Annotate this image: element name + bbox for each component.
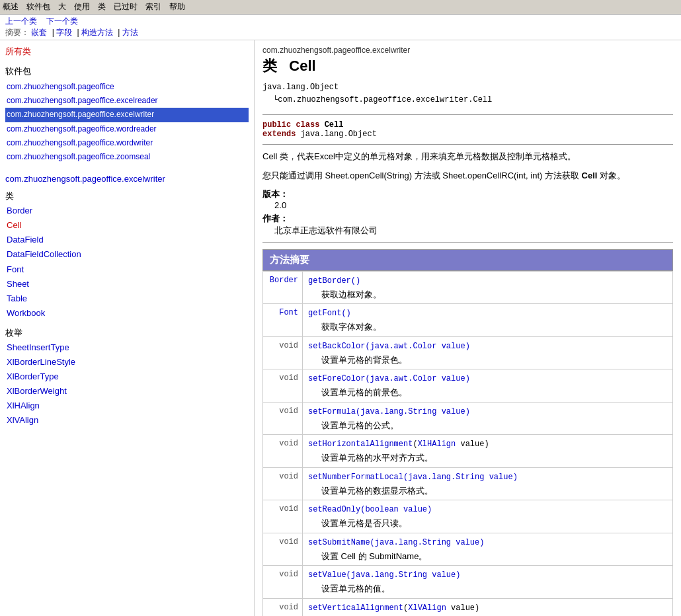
toolbar-help[interactable]: 帮助 xyxy=(169,1,185,13)
sidebar-package-link[interactable]: com.zhuozhengsoft.pageoffice.zoomseal xyxy=(5,150,249,164)
method-return-type: void xyxy=(263,500,303,533)
toolbar-large[interactable]: 大 xyxy=(58,1,66,13)
class-section-title: 类 xyxy=(5,190,249,202)
summary-method[interactable]: 方法 xyxy=(122,28,138,37)
divider-1 xyxy=(262,114,673,115)
toolbar: 概述 软件包 大 使用 类 已过时 索引 帮助 xyxy=(0,0,681,15)
class-description: Cell 类，代表Excel中定义的单元格对象，用来填充单元格数据及控制单元格格… xyxy=(262,150,673,164)
sidebar-enum-link[interactable]: SheetInsertType xyxy=(5,340,249,355)
divider-3 xyxy=(262,242,673,243)
current-package-link[interactable]: com.zhuozhengsoft.pageoffice.excelwriter xyxy=(5,174,165,184)
method-description: setFormula(java.lang.String value) 设置单元格… xyxy=(303,402,673,435)
sidebar-class-link[interactable]: DataField xyxy=(5,233,249,247)
sidebar-package-link[interactable]: com.zhuozhengsoft.pageoffice.excelreader xyxy=(5,94,249,108)
sidebar-class-link[interactable]: DataFieldCollection xyxy=(5,247,249,262)
table-row: void setSubmitName(java.lang.String valu… xyxy=(263,533,673,566)
method-link[interactable]: setHorizontalAlignment xyxy=(308,440,413,449)
sidebar-package-link[interactable]: com.zhuozhengsoft.pageoffice.wordwriter xyxy=(5,136,249,150)
method-summary-text: 设置 Cell 的 SubmitName。 xyxy=(308,550,668,563)
software-package-label: 软件包 xyxy=(5,65,249,77)
method-summary-text: 设置单元格的前景色。 xyxy=(308,386,668,399)
table-row: void setReadOnly(boolean value) 设置单元格是否只… xyxy=(263,500,673,533)
divider-2 xyxy=(262,144,673,145)
table-row: void setForeColor(java.awt.Color value) … xyxy=(263,369,673,403)
method-description: setForeColor(java.awt.Color value) 设置单元格… xyxy=(303,369,673,403)
class-description-2: 您只能通过调用 Sheet.openCell(String) 方法或 Sheet… xyxy=(262,169,673,183)
sidebar-package-link[interactable]: com.zhuozhengsoft.pageoffice xyxy=(5,80,249,94)
sidebar-class-link[interactable]: Font xyxy=(5,262,249,277)
method-description: setBackColor(java.awt.Color value) 设置单元格… xyxy=(303,336,673,369)
method-description: setReadOnly(boolean value) 设置单元格是否只读。 xyxy=(303,500,673,533)
method-description: setVerticalAlignment(XlVAlign value) 设置单… xyxy=(303,598,673,616)
toolbar-deprecated[interactable]: 已过时 xyxy=(114,1,138,13)
sidebar-enum-link[interactable]: XlVAlign xyxy=(5,413,249,428)
summary-constructor[interactable]: 构造方法 xyxy=(81,28,113,37)
sidebar-class-link[interactable]: Table xyxy=(5,291,249,306)
method-return-type: void xyxy=(263,533,303,566)
table-row: void setNumberFormatLocal(java.lang.Stri… xyxy=(263,467,673,500)
param-type-link[interactable]: XlVAlign xyxy=(408,603,446,612)
toolbar-class[interactable]: 类 xyxy=(98,1,106,13)
sidebar-class-link[interactable]: Border xyxy=(5,204,249,218)
toolbar-use[interactable]: 使用 xyxy=(74,1,90,13)
method-link[interactable]: setVerticalAlignment xyxy=(308,603,403,613)
param-type-link[interactable]: XlHAlign xyxy=(418,439,456,448)
main-container: 所有类 软件包 com.zhuozhengsoft.pageofficecom.… xyxy=(0,40,681,616)
method-description: setHorizontalAlignment(XlHAlign value) 设… xyxy=(303,435,673,468)
method-link[interactable]: setSubmitName(java.lang.String value) xyxy=(308,538,484,547)
method-summary-text: 设置单元格是否只读。 xyxy=(308,517,668,530)
method-return-type: void xyxy=(263,435,303,468)
method-link[interactable]: setReadOnly(boolean value) xyxy=(308,505,432,514)
summary-links: 摘要： 嵌套 | 字段 | 构造方法 | 方法 xyxy=(5,27,676,38)
table-row: void setHorizontalAlignment(XlHAlign val… xyxy=(263,435,673,468)
toolbar-index[interactable]: 索引 xyxy=(145,1,161,13)
method-return-type: void xyxy=(263,566,303,599)
method-return-type: Border xyxy=(263,271,303,304)
package-list: com.zhuozhengsoft.pageofficecom.zhuozhen… xyxy=(5,80,249,164)
sidebar-enum-link[interactable]: XlBorderWeight xyxy=(5,384,249,399)
summary-field[interactable]: 字段 xyxy=(56,28,72,37)
table-row: Border getBorder() 获取边框对象。 xyxy=(263,271,673,304)
method-return-type: void xyxy=(263,598,303,616)
method-summary-header: 方法摘要 xyxy=(262,249,673,271)
sidebar-class-link[interactable]: Cell xyxy=(5,218,249,233)
prev-class-link[interactable]: 上一个类 xyxy=(5,17,37,26)
class-name: Cell xyxy=(289,58,315,74)
summary-nested[interactable]: 嵌套 xyxy=(31,28,47,37)
method-return-type: void xyxy=(263,369,303,403)
sidebar-class-link[interactable]: Workbook xyxy=(5,306,249,321)
toolbar-overview[interactable]: 概述 xyxy=(3,1,19,13)
table-row: void setFormula(java.lang.String value) … xyxy=(263,402,673,435)
all-classes-link[interactable]: 所有类 xyxy=(5,46,31,56)
method-description: getBorder() 获取边框对象。 xyxy=(303,271,673,304)
summary-label: 摘要： xyxy=(5,28,29,37)
sidebar-package-link[interactable]: com.zhuozhengsoft.pageoffice.excelwriter xyxy=(5,108,249,122)
return-type-link[interactable]: Border xyxy=(270,276,298,284)
method-return-type: Font xyxy=(263,304,303,337)
class-prefix: 类 xyxy=(262,58,277,74)
sidebar-class-link[interactable]: Sheet xyxy=(5,277,249,291)
next-class-link[interactable]: 下一个类 xyxy=(46,17,78,26)
package-name: com.zhuozhengsoft.pageoffice.excelwriter xyxy=(262,46,673,55)
method-summary-text: 设置单元格的背景色。 xyxy=(308,354,668,367)
method-description: getFont() 获取字体对象。 xyxy=(303,304,673,337)
sidebar-enum-link[interactable]: XlBorderType xyxy=(5,369,249,384)
sidebar-enum-link[interactable]: XlHAlign xyxy=(5,399,249,413)
method-summary-text: 设置单元格的公式。 xyxy=(308,419,668,432)
author-row: 作者： 北京卓正志远软件有限公司 xyxy=(262,213,673,237)
method-link[interactable]: setFormula(java.lang.String value) xyxy=(308,407,470,416)
sidebar-enum-link[interactable]: XlBorderLineStyle xyxy=(5,355,249,369)
method-summary-text: 获取边框对象。 xyxy=(308,288,668,301)
version-row: 版本： 2.0 xyxy=(262,188,673,210)
toolbar-package[interactable]: 软件包 xyxy=(26,1,50,13)
method-link[interactable]: getFont() xyxy=(308,309,351,318)
method-summary-text: 设置单元格的数据显示格式。 xyxy=(308,484,668,498)
class-list: BorderCellDataFieldDataFieldCollectionFo… xyxy=(5,204,249,321)
method-link[interactable]: setNumberFormatLocal(java.lang.String va… xyxy=(308,473,518,482)
method-link[interactable]: setForeColor(java.awt.Color value) xyxy=(308,374,470,383)
method-link[interactable]: setBackColor(java.awt.Color value) xyxy=(308,342,470,351)
return-type-link[interactable]: Font xyxy=(279,308,298,316)
sidebar-package-link[interactable]: com.zhuozhengsoft.pageoffice.wordreader xyxy=(5,122,249,136)
method-link[interactable]: getBorder() xyxy=(308,276,360,286)
method-link[interactable]: setValue(java.lang.String value) xyxy=(308,570,460,580)
